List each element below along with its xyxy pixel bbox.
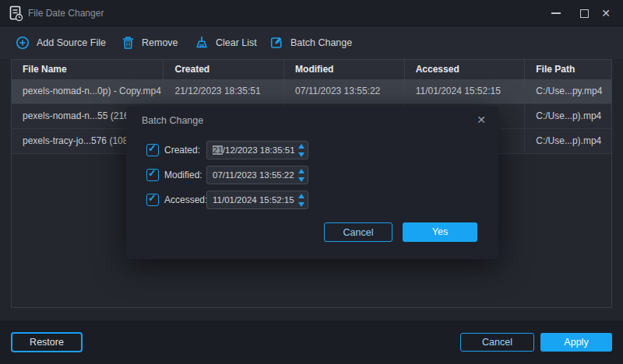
dialog-title: Batch Change [142,115,203,126]
apply-button[interactable]: Apply [540,333,612,352]
table-row[interactable]: pexels-nomad-n...0p) - Copy.mp4 21/12/20… [12,79,611,104]
check-icon: ✓ [148,192,157,204]
remove-button[interactable]: Remove [121,26,178,59]
batch-edit-icon [269,36,283,50]
restore-button[interactable]: Restore [11,332,83,352]
modified-field-row: ✓ Modified: 07/11/2023 13:55:22 [126,166,498,184]
column-header-accessed[interactable]: Accessed [405,60,526,79]
add-source-file-label: Add Source File [37,37,106,48]
cell-file-path: C:/Use...py.mp4 [525,79,611,103]
spin-up-icon[interactable] [298,169,304,173]
cell-file-name: pexels-nomad-n...0p) - Copy.mp4 [12,79,164,103]
column-header-file-path[interactable]: File Path [525,60,611,79]
modified-label: Modified: [164,166,202,184]
batch-change-button[interactable]: Batch Change [269,26,352,59]
window-title: File Date Changer [28,0,104,26]
batch-change-dialog: Batch Change ✕ ✓ Created: 21/12/2023 18:… [126,107,498,259]
close-button[interactable]: ✕ [595,0,617,26]
accessed-field-row: ✓ Accessed: 11/01/2024 15:52:15 [126,191,498,209]
app-logo-icon [8,5,23,21]
check-icon: ✓ [148,142,157,154]
trash-icon [121,36,135,50]
file-date-changer-window: File Date Changer ✕ Add Source File Remo… [0,0,623,364]
date-text: 11/01/2024 15:52:15 [213,195,294,205]
dialog-close-button[interactable]: ✕ [477,114,486,126]
footer-bar: Restore Cancel Apply [0,320,623,364]
modified-datetime-input[interactable]: 07/11/2023 13:55:22 [206,166,308,184]
close-icon: ✕ [477,114,486,126]
add-circle-icon [16,36,30,50]
minimize-button[interactable] [545,0,567,26]
add-source-file-button[interactable]: Add Source File [16,26,106,59]
selected-date-segment: 21 [213,145,223,155]
close-icon: ✕ [601,7,611,19]
cell-accessed: 11/01/2024 15:52:15 [405,79,526,103]
table-header-row: File Name Created Modified Accessed File… [12,60,611,79]
broom-icon [195,36,209,50]
cell-file-path: C:/Use...p).mp4 [525,129,611,153]
column-header-modified[interactable]: Modified [284,60,405,79]
accessed-checkbox[interactable]: ✓ [146,194,159,206]
maximize-button[interactable] [573,0,595,26]
batch-change-label: Batch Change [290,37,352,48]
cell-file-path: C:/Use...p).mp4 [525,104,611,128]
column-header-file-name[interactable]: File Name [12,60,164,79]
created-datetime-input[interactable]: 21/12/2023 18:35:51 [206,141,308,159]
spin-down-icon[interactable] [298,152,304,157]
minimize-icon [551,12,561,14]
modified-spinner[interactable] [297,169,304,182]
cell-created: 21/12/2023 18:35:51 [164,79,284,103]
column-header-created[interactable]: Created [164,60,284,79]
maximize-icon [580,9,589,18]
modified-checkbox[interactable]: ✓ [146,169,159,181]
dialog-cancel-button[interactable]: Cancel [324,222,392,242]
clear-list-button[interactable]: Clear List [195,26,257,59]
footer-cancel-button[interactable]: Cancel [460,333,534,352]
created-field-row: ✓ Created: 21/12/2023 18:35:51 [126,141,498,159]
clear-list-label: Clear List [216,37,257,48]
cell-modified: 07/11/2023 13:55:22 [284,79,405,103]
title-bar: File Date Changer ✕ [0,0,623,26]
created-checkbox[interactable]: ✓ [146,144,159,156]
accessed-label: Accessed: [164,191,207,209]
spin-up-icon[interactable] [298,144,304,149]
check-icon: ✓ [148,167,157,179]
created-label: Created: [164,141,200,159]
remove-label: Remove [142,37,178,48]
dialog-yes-button[interactable]: Yes [403,222,477,242]
spin-up-icon[interactable] [298,194,304,198]
accessed-datetime-input[interactable]: 11/01/2024 15:52:15 [206,191,308,209]
spin-down-icon[interactable] [298,177,304,182]
toolbar: Add Source File Remove Clear List [0,26,623,59]
spin-down-icon[interactable] [298,202,304,207]
date-text: /12/2023 18:35:51 [223,145,295,155]
created-spinner[interactable] [297,144,304,157]
accessed-spinner[interactable] [297,194,304,207]
date-text: 07/11/2023 13:55:22 [213,170,294,180]
